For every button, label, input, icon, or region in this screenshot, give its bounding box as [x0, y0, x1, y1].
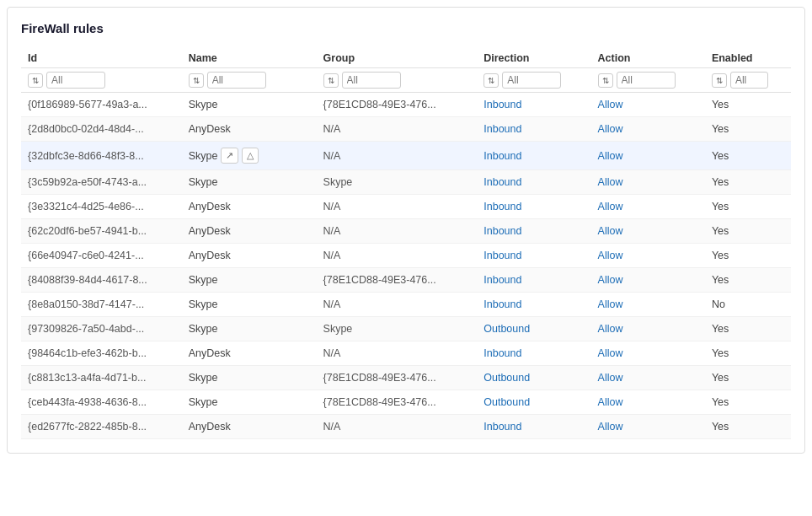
sort-btn-group[interactable]: ⇅	[323, 73, 339, 88]
cell-name: AnyDesk	[182, 244, 317, 268]
col-header-enabled: Enabled	[705, 47, 791, 68]
cell-action: Allow	[591, 317, 705, 341]
cell-id: {97309826-7a50-4abd-...	[21, 317, 182, 341]
cell-action: Allow	[591, 293, 705, 317]
cell-enabled: No	[705, 293, 791, 317]
cell-enabled: Yes	[705, 219, 791, 244]
page-title: FireWall rules	[21, 21, 791, 35]
filter-cell-id: ⇅	[21, 68, 182, 93]
cell-enabled: Yes	[705, 244, 791, 268]
cell-direction: Inbound	[477, 93, 590, 117]
column-headers-row: Id Name Group Direction Action Enabled	[21, 47, 791, 68]
cell-action: Allow	[591, 415, 705, 439]
cell-enabled: Yes	[705, 415, 791, 439]
cell-direction: Inbound	[477, 293, 590, 317]
firewall-rules-container: FireWall rules Id Name Group Direction A…	[7, 7, 805, 454]
filter-input-direction[interactable]	[502, 72, 561, 89]
cell-id: {66e40947-c6e0-4241-...	[21, 244, 182, 268]
cell-name: Skype	[182, 93, 317, 117]
table-row[interactable]: {98464c1b-efe3-462b-b...AnyDeskN/AInboun…	[21, 341, 791, 366]
col-header-id: Id	[21, 47, 182, 68]
cell-direction: Inbound	[477, 195, 590, 219]
cell-name: AnyDesk	[182, 219, 317, 244]
cell-id: {2d8d0bc0-02d4-48d4-...	[21, 117, 182, 142]
cell-id: {32dbfc3e-8d66-48f3-8...	[21, 142, 182, 170]
cell-name: AnyDesk	[182, 341, 317, 366]
cell-id: {8e8a0150-38d7-4147-...	[21, 293, 182, 317]
cell-group: N/A	[317, 293, 478, 317]
cell-action: Allow	[591, 195, 705, 219]
cell-direction: Inbound	[477, 170, 590, 195]
filter-cell-name: ⇅	[182, 68, 317, 93]
cell-action: Allow	[591, 366, 705, 390]
cell-id: {84088f39-84d4-4617-8...	[21, 268, 182, 293]
table-row[interactable]: {3e3321c4-4d25-4e86-...AnyDeskN/AInbound…	[21, 195, 791, 219]
sort-btn-name[interactable]: ⇅	[189, 73, 204, 88]
cell-name: Skype	[182, 293, 317, 317]
cell-id: {3e3321c4-4d25-4e86-...	[21, 195, 182, 219]
cell-name: Skype↗△	[182, 142, 317, 170]
cell-enabled: Yes	[705, 195, 791, 219]
table-row[interactable]: {ed2677fc-2822-485b-8...AnyDeskN/AInboun…	[21, 415, 791, 439]
filter-input-group[interactable]	[342, 72, 401, 89]
bell-icon-button[interactable]: △	[242, 148, 259, 164]
filter-input-action[interactable]	[617, 72, 676, 89]
cell-enabled: Yes	[705, 366, 791, 390]
filter-input-id[interactable]	[46, 72, 105, 89]
cell-direction: Inbound	[477, 341, 590, 366]
table-row[interactable]: {c8813c13-a4fa-4d71-b...Skype{78E1CD88-4…	[21, 366, 791, 390]
table-row[interactable]: {ceb443fa-4938-4636-8...Skype{78E1CD88-4…	[21, 390, 791, 415]
cell-name: AnyDesk	[182, 195, 317, 219]
cell-id: {0f186989-5677-49a3-a...	[21, 93, 182, 117]
col-header-group: Group	[317, 47, 478, 68]
cell-name: Skype	[182, 170, 317, 195]
table-row[interactable]: {62c20df6-be57-4941-b...AnyDeskN/AInboun…	[21, 219, 791, 244]
table-row[interactable]: {3c59b92a-e50f-4743-a...SkypeSkypeInboun…	[21, 170, 791, 195]
cell-enabled: Yes	[705, 390, 791, 415]
cell-enabled: Yes	[705, 268, 791, 293]
name-text: Skype	[189, 150, 218, 162]
cell-action: Allow	[591, 390, 705, 415]
cell-name: Skype	[182, 317, 317, 341]
cell-group: N/A	[317, 117, 478, 142]
cell-group: {78E1CD88-49E3-476...	[317, 268, 478, 293]
cell-enabled: Yes	[705, 117, 791, 142]
table-row[interactable]: {0f186989-5677-49a3-a...Skype{78E1CD88-4…	[21, 93, 791, 117]
cell-group: N/A	[317, 142, 478, 170]
cell-name: Skype	[182, 268, 317, 293]
cell-action: Allow	[591, 142, 705, 170]
cell-direction: Inbound	[477, 219, 590, 244]
filter-cell-direction: ⇅	[477, 68, 590, 93]
table-row[interactable]: {66e40947-c6e0-4241-...AnyDeskN/AInbound…	[21, 244, 791, 268]
trend-icon-button[interactable]: ↗	[221, 148, 238, 164]
cell-group: {78E1CD88-49E3-476...	[317, 93, 478, 117]
cell-enabled: Yes	[705, 341, 791, 366]
table-row[interactable]: {84088f39-84d4-4617-8...Skype{78E1CD88-4…	[21, 268, 791, 293]
cell-group: Skype	[317, 317, 478, 341]
cell-group: N/A	[317, 341, 478, 366]
cell-group: {78E1CD88-49E3-476...	[317, 366, 478, 390]
cell-action: Allow	[591, 170, 705, 195]
cell-direction: Inbound	[477, 142, 590, 170]
col-header-action: Action	[591, 47, 705, 68]
table-row[interactable]: {32dbfc3e-8d66-48f3-8...Skype↗△N/AInboun…	[21, 142, 791, 170]
table-body: {0f186989-5677-49a3-a...Skype{78E1CD88-4…	[21, 93, 791, 439]
sort-btn-action[interactable]: ⇅	[598, 73, 613, 88]
sort-btn-enabled[interactable]: ⇅	[712, 73, 727, 88]
cell-name: Skype	[182, 366, 317, 390]
cell-direction: Outbound	[477, 390, 590, 415]
cell-direction: Inbound	[477, 268, 590, 293]
cell-enabled: Yes	[705, 317, 791, 341]
table-row[interactable]: {2d8d0bc0-02d4-48d4-...AnyDeskN/AInbound…	[21, 117, 791, 142]
cell-group: N/A	[317, 244, 478, 268]
sort-btn-direction[interactable]: ⇅	[483, 73, 499, 88]
table-row[interactable]: {8e8a0150-38d7-4147-...SkypeN/AInboundAl…	[21, 293, 791, 317]
cell-name: Skype	[182, 390, 317, 415]
filter-input-enabled[interactable]	[730, 72, 768, 89]
sort-btn-id[interactable]: ⇅	[28, 73, 43, 88]
cell-direction: Inbound	[477, 117, 590, 142]
table-row[interactable]: {97309826-7a50-4abd-...SkypeSkypeOutboun…	[21, 317, 791, 341]
filter-input-name[interactable]	[207, 72, 266, 89]
cell-enabled: Yes	[705, 93, 791, 117]
cell-group: N/A	[317, 415, 478, 439]
